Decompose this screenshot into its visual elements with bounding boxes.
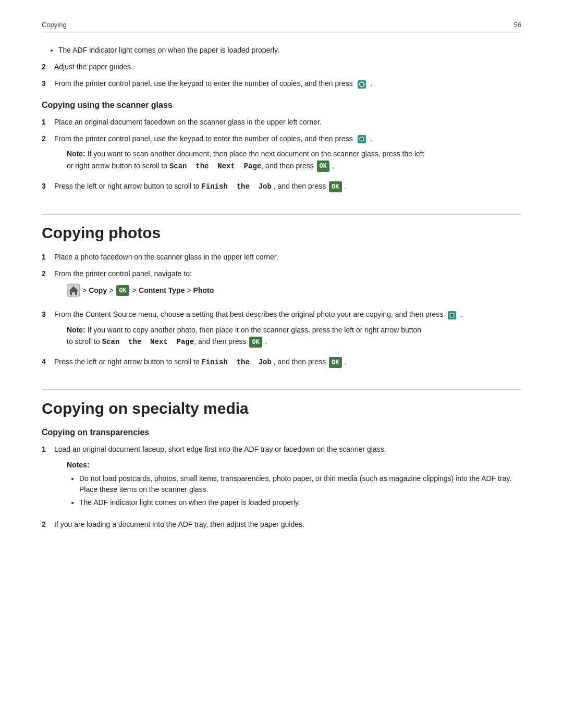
step-number: 3 (42, 309, 54, 351)
note-block: Note: If you want to scan another docume… (67, 148, 521, 172)
top-bullet-list: The ADF indicator light comes on when th… (58, 45, 521, 56)
start-button-icon (446, 310, 458, 321)
page-header: Copying 56 (42, 21, 521, 32)
photos-step-3: 3 From the Content Source menu, choose a… (42, 309, 521, 351)
list-item: The ADF indicator light comes on when th… (79, 497, 521, 508)
scanner-step-1: 1 Place an original document facedown on… (42, 116, 521, 128)
step-text: If you are loading a document into the A… (54, 519, 521, 530)
step-number: 2 (42, 519, 54, 530)
header-page-number: 56 (514, 21, 521, 29)
code-scan-next-page: Scan the Next Page (169, 162, 261, 170)
trans-step-2: 2 If you are loading a document into the… (42, 519, 521, 530)
step-text: Load an original document faceup, short … (54, 443, 521, 513)
chapter-heading-copying-photos: Copying photos (42, 214, 521, 242)
notes-list: Do not load postcards, photos, small ite… (79, 473, 521, 508)
transparencies-heading: Copying on transparencies (42, 428, 521, 437)
ok-button-badge: OK (249, 337, 262, 348)
photos-step-1: 1 Place a photo facedown on the scanner … (42, 251, 521, 263)
nav-path: > Copy > OK > Content Type > Photo (67, 283, 521, 297)
note-block: Note: If you want to copy another photo,… (67, 324, 521, 348)
nav-separator: > (187, 285, 191, 296)
photos-step-4: 4 Press the left or right arrow button t… (42, 356, 521, 368)
step-text: From the printer control panel, use the … (54, 78, 521, 90)
ok-button-badge: OK (116, 285, 129, 296)
scanner-step-2: 2 From the printer control panel, use th… (42, 133, 521, 175)
step-adjust-guides: 2 Adjust the paper guides. (42, 61, 521, 72)
nav-content-type-label: Content Type (139, 285, 185, 296)
code-scan-next-page: Scan the Next Page (102, 338, 194, 346)
step-number: 4 (42, 356, 54, 368)
scanner-glass-heading: Copying using the scanner glass (42, 101, 521, 110)
ok-button-badge: OK (329, 181, 341, 192)
note-label: Note: (67, 150, 85, 158)
trans-step-1: 1 Load an original document faceup, shor… (42, 443, 521, 513)
start-button-icon (356, 79, 368, 90)
step-number: 1 (42, 251, 54, 263)
code-finish-job: Finish the Job (201, 358, 271, 366)
scanner-step-3: 3 Press the left or right arrow button t… (42, 180, 521, 192)
nav-separator: > (109, 285, 113, 296)
code-finish-job: Finish the Job (201, 182, 271, 191)
step-text: Press the left or right arrow button to … (54, 356, 521, 368)
photos-step-2: 2 From the printer control panel, naviga… (42, 268, 521, 303)
step-number: 1 (42, 443, 54, 513)
list-item: The ADF indicator light comes on when th… (58, 45, 521, 56)
ok-button-badge: OK (317, 161, 329, 171)
step-number: 2 (42, 61, 54, 72)
header-section-title: Copying (42, 21, 67, 29)
start-button-icon (356, 133, 368, 145)
step-text: Place an original document facedown on t… (54, 116, 521, 128)
home-icon (67, 283, 80, 297)
nav-photo-label: Photo (193, 285, 214, 296)
step-number: 1 (42, 116, 54, 128)
step-text: From the Content Source menu, choose a s… (54, 309, 521, 351)
step-text: Press the left or right arrow button to … (54, 180, 521, 192)
step-text: Adjust the paper guides. (54, 61, 521, 72)
step-number: 3 (42, 180, 54, 192)
step-text: From the printer control panel, use the … (54, 133, 521, 175)
chapter-heading-specialty-media: Copying on specialty media (42, 389, 521, 417)
step-text: Place a photo facedown on the scanner gl… (54, 251, 521, 263)
page: Copying 56 The ADF indicator light comes… (0, 0, 563, 566)
notes-label: Notes: (67, 459, 521, 471)
nav-separator: > (132, 285, 137, 296)
step-number: 2 (42, 133, 54, 175)
step-text: From the printer control panel, navigate… (54, 268, 521, 303)
step-number: 3 (42, 78, 54, 90)
ok-button-badge: OK (329, 357, 341, 368)
nav-copy-label: Copy (89, 285, 107, 296)
step-number: 2 (42, 268, 54, 303)
list-item: Do not load postcards, photos, small ite… (79, 473, 521, 495)
nav-separator: > (82, 285, 87, 296)
step-keypad-copies: 3 From the printer control panel, use th… (42, 78, 521, 90)
note-label: Note: (67, 326, 85, 334)
